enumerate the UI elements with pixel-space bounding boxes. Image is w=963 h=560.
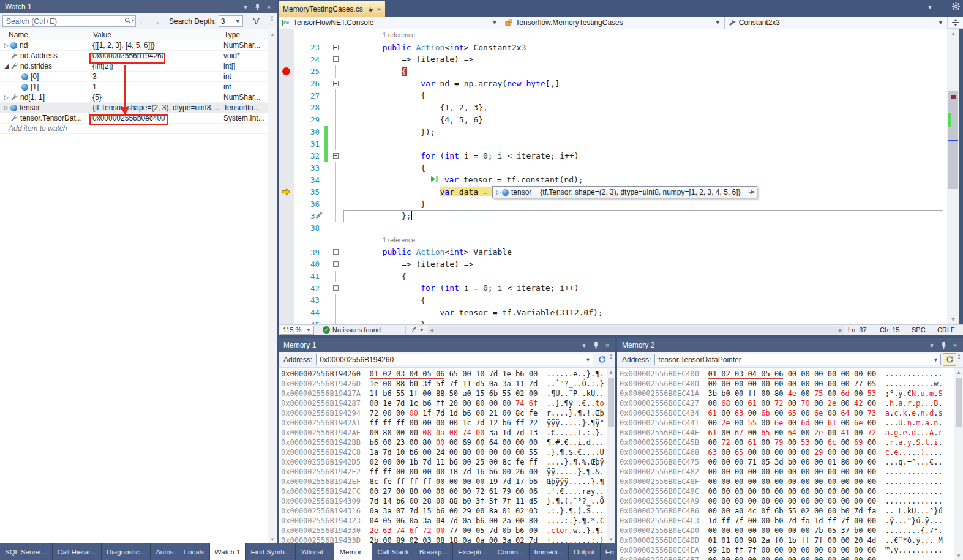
indicator-margin[interactable] [279, 102, 294, 114]
type-dropdown[interactable]: Tensorflow.MemoryTestingCases▼ [501, 17, 724, 29]
memory-row[interactable]: 0x000002556B194316 0a 3a 07 7d 15 b6 00 … [281, 506, 615, 516]
memory-row[interactable]: 0x000002556B0EC4B6 00 00 a0 4c 0f 6b 55 … [620, 506, 963, 516]
memory-row[interactable]: 0x000002556B0EC45B 00 72 00 61 00 79 00 … [620, 438, 963, 447]
indicator-margin[interactable] [279, 246, 294, 258]
indicator-margin[interactable] [279, 162, 294, 174]
eol-indicator[interactable]: CRLF [937, 326, 963, 334]
watch-value[interactable]: 0x000002556b0ec400 [89, 113, 220, 124]
watch-value[interactable]: {tf.Tensor: shape=(2, 3), dtype=uint8, .… [89, 103, 220, 113]
scroll-down-icon[interactable]: ▼ [607, 537, 615, 542]
pin-icon[interactable] [591, 340, 601, 350]
close-icon[interactable]: × [377, 6, 381, 13]
memory-row[interactable]: 0x000002556B0EC4D0 00 00 00 00 00 00 00 … [620, 526, 963, 536]
code-line[interactable]: 36 } [279, 198, 947, 211]
tool-window-tab[interactable]: Call Hierar... [53, 543, 102, 560]
memory-row[interactable]: 0x000002556B0EC41A 3b b0 00 ff 00 80 4e … [620, 389, 963, 398]
code-editor[interactable]: 1 reference 23 public Action<int> Consta… [279, 29, 947, 324]
datatip-pin-button[interactable] [746, 187, 757, 198]
tool-window-tab[interactable]: Watch 1 [210, 543, 246, 560]
tool-window-tab[interactable]: Excepti... [453, 543, 492, 560]
watch-value[interactable]: 1 [89, 82, 220, 92]
code-line[interactable]: 44 var tensor = tf.Variable(3112.0f); [279, 307, 947, 319]
toolbar-overflow-grip[interactable] [956, 352, 961, 367]
memory1-scrollbar[interactable]: ▲ ▼ [607, 368, 615, 543]
search-forward-icon[interactable]: → [152, 17, 160, 26]
expander-icon[interactable]: ▷ [495, 189, 502, 195]
address-input[interactable] [654, 354, 941, 365]
collapse-icon[interactable] [333, 249, 339, 255]
column-header-name[interactable]: Name [0, 29, 89, 40]
memory-row[interactable]: 0x000002556B0EC427 00 68 00 61 00 72 00 … [620, 398, 963, 408]
watch-value[interactable]: 3 [89, 72, 220, 82]
scroll-right-icon[interactable]: ▶ [837, 327, 844, 333]
memory-row[interactable]: 0x000002556B1942C8 1a 7d 10 b6 00 24 00 … [281, 447, 615, 457]
indicator-margin[interactable] [279, 114, 294, 126]
code-line[interactable]: 30 }); [279, 126, 947, 138]
code-line[interactable]: 25 { [279, 65, 947, 78]
outlining-margin[interactable] [329, 78, 344, 90]
indicator-margin[interactable] [279, 294, 294, 307]
memory-row[interactable]: 0x000002556B0EC48F 00 00 00 00 00 00 00 … [620, 477, 963, 487]
memory-row[interactable]: 0x000002556B194309 7d 14 b6 00 28 00 88 … [281, 496, 615, 506]
tool-window-tab[interactable]: Output [569, 543, 601, 560]
memory-row[interactable]: 0x000002556B19433D 2b 00 89 02 03 08 18 … [281, 536, 615, 543]
tool-window-tab[interactable]: Comm... [492, 543, 529, 560]
code-line[interactable]: 31 [279, 138, 947, 150]
code-line[interactable]: 33 { [279, 162, 947, 174]
memory-row[interactable]: 0x000002556B1942AE 00 80 00 00 08 0a 00 … [281, 428, 615, 438]
close-icon[interactable]: × [602, 340, 612, 350]
memory-row[interactable]: 0x000002556B0EC4EA 99 1b ff 7f 00 00 00 … [620, 545, 963, 555]
search-input[interactable] [2, 15, 136, 27]
scrollbar-thumb[interactable] [608, 378, 614, 427]
watch-row[interactable]: [1] 1 int [0, 82, 277, 92]
scroll-up-icon[interactable]: ▲ [947, 31, 959, 37]
space-mode-indicator[interactable]: SPC [912, 326, 937, 334]
tool-window-tab[interactable]: Autos [151, 543, 179, 560]
gear-icon[interactable] [952, 2, 960, 12]
search-icon[interactable]: ▾ [124, 17, 134, 24]
refresh-button[interactable] [595, 353, 609, 366]
tool-window-tab[interactable]: 'Allocat... [296, 543, 334, 560]
memory2-hex-dump[interactable]: 0x000002556B0EC400 01 02 03 04 05 06 00 … [617, 368, 963, 560]
code-line[interactable]: 37 }; [279, 210, 947, 222]
indicator-margin[interactable] [279, 89, 294, 102]
collapse-icon[interactable] [333, 285, 339, 291]
memory2-scrollbar[interactable]: ▲ ▼ [954, 368, 963, 560]
indicator-margin[interactable] [279, 210, 294, 222]
indicator-margin[interactable] [279, 282, 294, 294]
horizontal-scrollbar[interactable]: ◀ ▶ [428, 326, 844, 334]
memory-row[interactable]: 0x000002556B1942A1 ff ff ff 00 00 00 00 … [281, 418, 615, 428]
watch-row[interactable]: tensor.TensorDat... 0x000002556b0ec400 S… [0, 113, 277, 124]
pin-icon[interactable] [939, 340, 948, 350]
scroll-left-icon[interactable]: ◀ [428, 327, 435, 333]
pin-icon[interactable] [252, 2, 262, 12]
memory-row[interactable]: 0x000002556B194287 00 1e 7d 1c b6 ff 20 … [281, 398, 615, 408]
memory-row[interactable]: 0x000002556B1942EF 8c fe ff ff ff 00 00 … [281, 477, 615, 487]
address-input[interactable] [316, 354, 593, 365]
memory-row[interactable]: 0x000002556B0EC40D 00 00 00 00 00 00 00 … [620, 379, 963, 389]
watch-scrollbar[interactable]: ▲ ▼ [268, 31, 277, 543]
scrollbar-thumb[interactable] [948, 91, 958, 189]
window-menu-icon[interactable]: ▾ [927, 340, 937, 350]
code-line[interactable]: 43 { [279, 294, 947, 307]
indicator-margin[interactable] [279, 53, 294, 65]
collapse-icon[interactable] [333, 261, 339, 267]
memory-row[interactable]: 0x000002556B0EC434 61 00 63 00 6b 00 65 … [620, 408, 963, 418]
zoom-level-select[interactable]: 115 %▼ [280, 326, 314, 335]
memory-row[interactable]: 0x000002556B194294 72 00 00 00 1f 7d 1d … [281, 408, 615, 418]
expander-icon[interactable]: ▷ [2, 103, 10, 113]
scrollbar-thumb[interactable] [956, 378, 962, 427]
collapse-icon[interactable] [333, 45, 339, 50]
scroll-down-icon[interactable]: ▼ [268, 537, 277, 542]
outlining-margin[interactable] [329, 53, 344, 65]
add-watch-item-row[interactable]: Add item to watch [0, 124, 277, 134]
indicator-margin[interactable] [279, 42, 294, 54]
scroll-down-icon[interactable]: ▼ [947, 316, 959, 323]
split-editor-button[interactable] [947, 17, 963, 29]
watch-row[interactable]: nd.Address 0x000002556b194260 void* [0, 51, 277, 61]
collapse-icon[interactable] [333, 56, 339, 62]
tool-window-tab[interactable]: Locals [179, 543, 210, 560]
codelens-row[interactable]: 1 reference [279, 234, 947, 247]
search-depth-select[interactable]: 3▼ [219, 15, 243, 27]
memory-row[interactable]: 0x000002556B0EC44E 61 00 67 00 65 00 64 … [620, 428, 963, 438]
